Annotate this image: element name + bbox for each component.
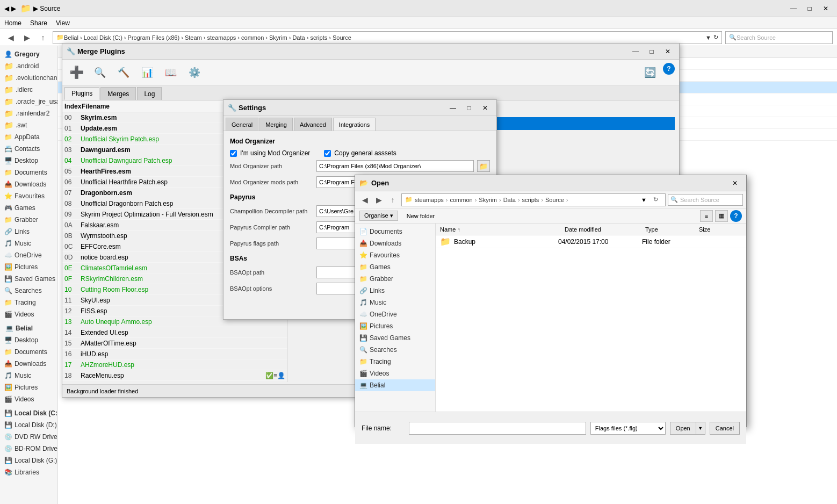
settings-close-button[interactable]: ✕ bbox=[478, 103, 492, 113]
open-sidebar-documents[interactable]: 📄 Documents bbox=[355, 226, 435, 237]
sidebar-item-videos[interactable]: 🎬 Videos bbox=[0, 308, 57, 320]
path-refresh-button[interactable]: ↻ bbox=[649, 193, 662, 206]
sidebar-item-belial-music[interactable]: 🎵 Music bbox=[0, 370, 57, 381]
path-breadcrumb-source[interactable]: Source bbox=[545, 197, 564, 203]
open-sidebar-music[interactable]: 🎵 Music bbox=[355, 297, 435, 308]
ribbon-tab-view[interactable]: View bbox=[56, 19, 70, 27]
open-nav-back[interactable]: ◀ bbox=[358, 193, 371, 206]
explorer-search[interactable]: 🔍 Search Source bbox=[725, 31, 833, 44]
plugin-row-19[interactable]: 19RaceMenuOverlays.esp✅👤 bbox=[62, 381, 287, 382]
open-nav-up[interactable]: ↑ bbox=[386, 193, 399, 206]
sidebar-item-libraries[interactable]: 📚 Libraries bbox=[0, 466, 57, 478]
nav-up-arrow[interactable]: ↑ bbox=[37, 31, 49, 44]
toolbar-search-button[interactable]: 🔍 bbox=[90, 63, 110, 82]
path-breadcrumb-steamapps[interactable]: steamapps bbox=[415, 197, 444, 203]
sidebar-item-desktop[interactable]: 🖥️ Desktop bbox=[0, 155, 57, 167]
sidebar-item-localg[interactable]: 💾 Local Disk (G:) bbox=[0, 455, 57, 466]
open-dialog-close-button[interactable]: ✕ bbox=[728, 178, 742, 189]
open-help-button[interactable]: ? bbox=[730, 210, 742, 222]
tab-general[interactable]: General bbox=[226, 118, 258, 131]
sidebar-item-links[interactable]: 🔗 Links bbox=[0, 226, 57, 237]
date-col-header[interactable]: Date modified bbox=[565, 226, 645, 233]
toolbar-help-button[interactable]: ? bbox=[663, 63, 675, 75]
open-dialog-search[interactable]: 🔍 Search Source bbox=[668, 194, 743, 206]
back-icon[interactable]: ◀ bbox=[4, 5, 9, 12]
maximize-button[interactable]: □ bbox=[803, 3, 817, 14]
forward-icon[interactable]: ▶ bbox=[11, 5, 16, 12]
open-file-row-backup[interactable]: 📁 Backup 04/02/2015 17:00 File folder bbox=[436, 235, 746, 248]
sidebar-item-contacts[interactable]: 📇 Contacts bbox=[0, 143, 57, 155]
sidebar-item-appdata[interactable]: 📁 AppData bbox=[0, 131, 57, 143]
toolbar-docs-button[interactable]: 📖 bbox=[161, 63, 181, 82]
tab-merges[interactable]: Merges bbox=[100, 87, 136, 100]
sidebar-item-belial[interactable]: 💻 Belial bbox=[0, 322, 57, 334]
sidebar-item-bdrom[interactable]: 💿 BD-ROM Drive bbox=[0, 443, 57, 455]
type-col-header[interactable]: Type bbox=[645, 226, 699, 233]
ribbon-tab-share[interactable]: Share bbox=[30, 19, 47, 27]
sidebar-item-searches[interactable]: 🔍 Searches bbox=[0, 285, 57, 297]
cancel-button[interactable]: Cancel bbox=[710, 422, 740, 435]
toolbar-report-button[interactable]: 📊 bbox=[138, 63, 157, 82]
nav-back-arrow[interactable]: ◀ bbox=[4, 31, 17, 44]
name-col-header[interactable]: Name ↑ bbox=[440, 226, 565, 233]
view-details-button[interactable]: ▦ bbox=[715, 210, 728, 222]
open-sidebar-favourites[interactable]: ⭐ Favourites bbox=[355, 249, 435, 261]
plugin-row-18[interactable]: 18RaceMenu.esp✅≡👤 bbox=[62, 370, 287, 381]
open-sidebar-links[interactable]: 🔗 Links bbox=[355, 285, 435, 297]
toolbar-build-button[interactable]: 🔨 bbox=[114, 63, 133, 82]
open-sidebar-belial[interactable]: 💻 Belial bbox=[355, 379, 435, 391]
filetype-select[interactable]: Flags files (*.flg) bbox=[590, 422, 666, 435]
minimize-button[interactable]: — bbox=[787, 3, 800, 14]
tab-integrations[interactable]: Integrations bbox=[333, 118, 376, 131]
sidebar-item-evolutionchan[interactable]: 📁 .evolutionchan bbox=[0, 72, 57, 84]
sidebar-item-gregory[interactable]: 👤 Gregory bbox=[0, 48, 57, 60]
mo-path-input[interactable] bbox=[316, 160, 474, 172]
path-dropdown-icon[interactable]: ▼ bbox=[641, 197, 647, 203]
tab-plugins[interactable]: Plugins bbox=[64, 87, 99, 100]
open-nav-forward[interactable]: ▶ bbox=[372, 193, 385, 206]
sidebar-item-rainlendar[interactable]: 📁 .rainlendar2 bbox=[0, 107, 57, 119]
open-sidebar-games[interactable]: 📁 Games bbox=[355, 261, 435, 273]
open-sidebar-grabber[interactable]: 📁 Grabber bbox=[355, 273, 435, 285]
sidebar-item-documents[interactable]: 📁 Documents bbox=[0, 167, 57, 178]
path-breadcrumb-data[interactable]: Data bbox=[503, 197, 516, 203]
path-breadcrumb-common[interactable]: common bbox=[450, 197, 472, 203]
merge-close-button[interactable]: ✕ bbox=[661, 46, 675, 57]
sidebar-item-tracing[interactable]: 📁 Tracing bbox=[0, 297, 57, 308]
open-sidebar-searches[interactable]: 🔍 Searches bbox=[355, 344, 435, 356]
tab-merging[interactable]: Merging bbox=[259, 118, 293, 131]
sidebar-item-localc[interactable]: 💾 Local Disk (C:) bbox=[0, 407, 57, 419]
sidebar-item-belial-pictures[interactable]: 🖼️ Pictures bbox=[0, 381, 57, 393]
tab-log[interactable]: Log bbox=[137, 87, 162, 100]
sidebar-item-savedgames[interactable]: 💾 Saved Games bbox=[0, 273, 57, 285]
open-dialog-path[interactable]: 📁 steamapps › common › Skyrim › Data › s… bbox=[401, 193, 666, 206]
size-col-header[interactable]: Size bbox=[699, 226, 742, 233]
open-sidebar-onedrive[interactable]: ☁️ OneDrive bbox=[355, 308, 435, 320]
settings-minimize-button[interactable]: — bbox=[446, 103, 460, 113]
copy-assets-checkbox[interactable] bbox=[324, 150, 331, 157]
path-breadcrumb-skyrim[interactable]: Skyrim bbox=[479, 197, 497, 203]
sidebar-item-music[interactable]: 🎵 Music bbox=[0, 237, 57, 249]
merge-maximize-button[interactable]: □ bbox=[645, 46, 659, 57]
path-breadcrumb-scripts[interactable]: scripts bbox=[522, 197, 539, 203]
refresh-icon[interactable]: ↻ bbox=[713, 34, 718, 41]
tab-advanced[interactable]: Advanced bbox=[294, 118, 332, 131]
toolbar-refresh-button[interactable]: 🔄 bbox=[640, 63, 660, 82]
sidebar-item-android[interactable]: 📁 .android bbox=[0, 60, 57, 72]
sidebar-item-grabber[interactable]: 📁 Grabber bbox=[0, 214, 57, 226]
ribbon-tab-home[interactable]: Home bbox=[4, 19, 21, 27]
open-sidebar-pictures[interactable]: 🖼️ Pictures bbox=[355, 320, 435, 332]
organise-button[interactable]: Organise ▾ bbox=[359, 211, 398, 221]
open-sidebar-savedgames[interactable]: 💾 Saved Games bbox=[355, 332, 435, 344]
sidebar-item-belial-downloads[interactable]: 📥 Downloads bbox=[0, 358, 57, 370]
sidebar-item-games[interactable]: 🎮 Games bbox=[0, 202, 57, 214]
sidebar-item-swt[interactable]: 📁 .swt bbox=[0, 119, 57, 131]
plugin-row-14[interactable]: 14Extended UI.esp bbox=[62, 327, 287, 338]
sidebar-item-onedrive[interactable]: ☁️ OneDrive bbox=[0, 249, 57, 261]
sidebar-item-locald[interactable]: 💾 Local Disk (D:) bbox=[0, 419, 57, 431]
close-button[interactable]: ✕ bbox=[819, 3, 833, 14]
filename-input[interactable] bbox=[409, 422, 586, 435]
open-sidebar-downloads[interactable]: 📥 Downloads bbox=[355, 237, 435, 249]
using-mo-checkbox[interactable] bbox=[230, 150, 237, 157]
mo-path-browse-button[interactable]: 📁 bbox=[477, 160, 490, 172]
